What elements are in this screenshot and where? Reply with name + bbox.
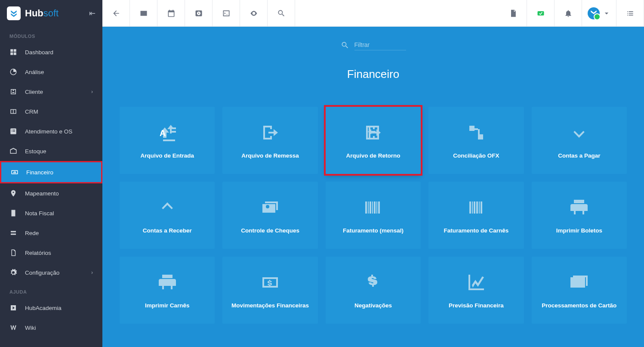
- sidebar-item-rede[interactable]: Rede: [0, 223, 102, 243]
- collapse-sidebar-button[interactable]: ⇤: [89, 9, 96, 18]
- tile-controle-de-cheques[interactable]: Controle de Cheques: [222, 182, 317, 249]
- print2-icon: [157, 272, 178, 293]
- arrow-up-icon: [157, 197, 178, 218]
- sidebar-item-mapeamento[interactable]: Mapeamento: [0, 183, 102, 203]
- dollar-icon: [363, 272, 383, 293]
- visibility-button[interactable]: [240, 0, 268, 26]
- logo-area: Hubsoft ⇤: [0, 0, 102, 27]
- sidebar-item-label: Dashboard: [25, 49, 53, 56]
- terminal-button[interactable]: [213, 0, 240, 26]
- sidebar-item-label: Financeiro: [26, 169, 53, 176]
- payments-button[interactable]: [185, 0, 213, 26]
- tile-label: Conciliação OFX: [453, 152, 499, 159]
- tile-arquivo-de-remessa[interactable]: Arquivo de Remessa: [222, 107, 317, 174]
- sidebar-item-financeiro[interactable]: Financeiro: [0, 161, 102, 183]
- back-button[interactable]: [102, 0, 130, 26]
- tile-imprimir-carnês[interactable]: Imprimir Carnês: [120, 257, 215, 324]
- tile-label: Imprimir Carnês: [145, 302, 190, 309]
- reports-icon: [9, 249, 17, 257]
- sidebar-item-label: HubAcademia: [25, 305, 62, 311]
- arrow-down-icon: [569, 122, 589, 143]
- tile-faturamento-mensal[interactable]: Faturamento (mensal): [326, 182, 421, 249]
- analytics-icon: [9, 68, 17, 76]
- sidebar-section-help: AJUDA: [0, 282, 102, 298]
- tile-contas-a-receber[interactable]: Contas a Receber: [120, 182, 215, 249]
- tile-contas-a-pagar[interactable]: Contas a Pagar: [532, 107, 627, 174]
- network-icon: [9, 229, 17, 237]
- content-area: Financeiro Arquivo de EntradaArquivo de …: [102, 27, 644, 347]
- sidebar-item-atendimento-e-os[interactable]: Atendimento e OS: [0, 121, 102, 141]
- tile-label: Faturamento de Carnês: [444, 227, 508, 234]
- money-move-icon: [260, 272, 280, 293]
- sidebar-item-dashboard[interactable]: Dashboard: [0, 42, 102, 62]
- file-up-icon: [157, 122, 178, 143]
- sidebar-item-label: Estoque: [25, 148, 46, 155]
- status-ok-button[interactable]: [527, 0, 555, 26]
- support-icon: [9, 127, 17, 135]
- enter-icon: [363, 122, 383, 143]
- user-menu[interactable]: [582, 0, 616, 26]
- contact-button[interactable]: [130, 0, 157, 26]
- client-icon: [9, 88, 17, 96]
- sidebar-section-modules: MÓDULOS: [0, 27, 102, 42]
- finance-icon: [11, 168, 18, 176]
- tile-previsão-financeira[interactable]: Previsão Financeira: [428, 257, 524, 324]
- filter-row: [120, 40, 627, 50]
- sidebar-item-label: Análise: [25, 69, 44, 75]
- tile-label: Processamentos de Cartão: [542, 302, 616, 309]
- sidebar-item-label: Nota Fiscal: [25, 210, 54, 217]
- calendar-button[interactable]: [157, 0, 185, 26]
- barcode2-icon: [466, 197, 487, 218]
- sidebar-item-hubacademia[interactable]: HubAcademia: [0, 298, 102, 318]
- tile-label: Faturamento (mensal): [343, 227, 404, 234]
- sidebar-item-relatórios[interactable]: Relatórios: [0, 243, 102, 263]
- sidebar-item-configuração[interactable]: Configuração›: [0, 263, 102, 282]
- print-icon: [569, 197, 589, 218]
- academy-icon: [9, 304, 17, 312]
- map-icon: [9, 189, 17, 197]
- notifications-button[interactable]: [555, 0, 582, 26]
- invoice-icon: [9, 209, 17, 217]
- sidebar-item-crm[interactable]: CRM: [0, 102, 102, 121]
- sidebar-item-label: Wiki: [25, 325, 36, 331]
- logo-mark-icon: [7, 6, 21, 20]
- sidebar-item-label: CRM: [25, 108, 38, 115]
- chart-icon: [466, 272, 487, 293]
- search-button[interactable]: [268, 0, 295, 26]
- sidebar-item-label: Relatórios: [25, 250, 51, 256]
- tile-label: Controle de Cheques: [241, 227, 299, 234]
- list-view-button[interactable]: [616, 0, 644, 26]
- settings-icon: [9, 269, 17, 276]
- pdf-button[interactable]: [499, 0, 527, 26]
- tile-movimentações-financeiras[interactable]: Movimentações Financeiras: [222, 257, 317, 324]
- tile-label: Negativações: [354, 302, 392, 309]
- tile-processamentos-de-cartão[interactable]: Processamentos de Cartão: [532, 257, 627, 324]
- filter-input[interactable]: [354, 40, 406, 50]
- tile-label: Imprimir Boletos: [556, 227, 602, 234]
- sidebar-item-análise[interactable]: Análise: [0, 62, 102, 82]
- tile-imprimir-boletos[interactable]: Imprimir Boletos: [532, 182, 627, 249]
- tile-arquivo-de-entrada[interactable]: Arquivo de Entrada: [120, 107, 215, 174]
- tile-faturamento-de-carnês[interactable]: Faturamento de Carnês: [428, 182, 524, 249]
- sidebar: Hubsoft ⇤ MÓDULOS DashboardAnáliseClient…: [0, 0, 102, 347]
- sidebar-item-label: Rede: [25, 230, 39, 236]
- sidebar-item-estoque[interactable]: Estoque: [0, 141, 102, 161]
- sidebar-item-nota-fiscal[interactable]: Nota Fiscal: [0, 203, 102, 223]
- sidebar-item-label: Atendimento e OS: [25, 128, 72, 135]
- tile-arquivo-de-retorno[interactable]: Arquivo de Retorno: [326, 107, 421, 174]
- sidebar-item-wiki[interactable]: Wiki: [0, 318, 102, 338]
- tile-label: Arquivo de Retorno: [346, 152, 400, 159]
- topbar: [102, 0, 644, 27]
- tile-label: Contas a Receber: [143, 227, 192, 234]
- checks-icon: [260, 197, 280, 218]
- tile-label: Arquivo de Remessa: [241, 152, 299, 159]
- chevron-down-icon: [602, 9, 611, 18]
- wiki-icon: [9, 324, 17, 332]
- chevron-right-icon: ›: [91, 270, 93, 276]
- sidebar-item-cliente[interactable]: Cliente›: [0, 82, 102, 102]
- tile-label: Previsão Financeira: [449, 302, 504, 309]
- sidebar-item-label: Configuração: [25, 270, 59, 276]
- tile-negativações[interactable]: Negativações: [326, 257, 421, 324]
- reconcile-icon: [466, 122, 487, 143]
- tile-conciliação-ofx[interactable]: Conciliação OFX: [428, 107, 524, 174]
